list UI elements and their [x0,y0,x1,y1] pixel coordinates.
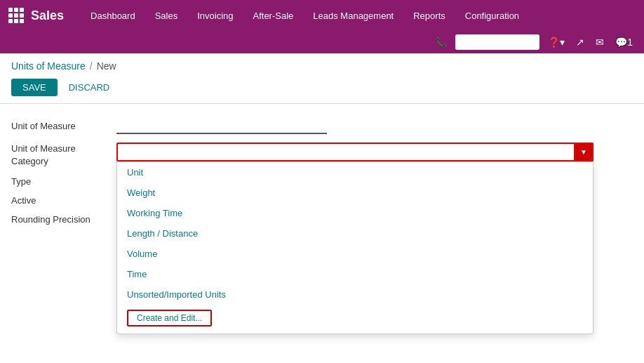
form-area: Unit of Measure Unit of MeasureCategory … [0,104,644,247]
dropdown-option-volume[interactable]: Volume [117,244,593,264]
dropdown-option-time[interactable]: Time [117,264,593,284]
breadcrumb-current: New [97,60,116,72]
external-link-icon[interactable]: ↗ [573,35,587,49]
apps-grid-icon[interactable] [8,8,24,23]
dropdown-option-unit[interactable]: Unit [117,162,593,183]
global-search-input[interactable] [455,34,539,50]
uom-category-dropdown-menu: Unit Weight Working Time Length / Distan… [116,161,593,334]
dropdown-option-working-time[interactable]: Working Time [117,203,593,223]
form-toolbar: SAVE DISCARD [0,74,644,104]
breadcrumb-separator: / [90,60,93,72]
nav-dashboard[interactable]: Dashboard [81,0,145,31]
uom-category-label: Unit of MeasureCategory [11,143,116,168]
create-and-edit-button[interactable]: Create and Edit... [127,310,212,326]
phone-icon[interactable]: 📞 [432,35,450,49]
top-navigation: Sales Dashboard Sales Invoicing After-Sa… [0,0,644,31]
uom-row: Unit of Measure [11,118,633,134]
rounding-label: Rounding Precision [11,214,116,225]
dropdown-option-length[interactable]: Length / Distance [117,223,593,244]
nav-sales[interactable]: Sales [145,0,188,31]
nav-menu: Dashboard Sales Invoicing After-Sale Lea… [81,0,636,31]
nav-reports[interactable]: Reports [403,0,455,31]
nav-configuration[interactable]: Configuration [455,0,529,31]
active-label: Active [11,195,116,206]
secondary-bar: 📞 ❓▾ ↗ ✉ 💬1 [0,31,644,53]
breadcrumb-parent[interactable]: Units of Measure [11,60,86,72]
brand-title: Sales [31,8,64,23]
nav-leads-management[interactable]: Leads Management [303,0,403,31]
email-icon[interactable]: ✉ [593,35,607,49]
uom-input[interactable] [116,118,327,134]
chat-icon[interactable]: 💬1 [612,35,636,49]
discard-button[interactable]: DISCARD [63,79,116,96]
type-label: Type [11,176,116,187]
help-icon[interactable]: ❓▾ [545,35,568,49]
breadcrumb: Units of Measure / New [0,53,644,74]
dropdown-option-weight[interactable]: Weight [117,183,593,203]
nav-invoicing[interactable]: Invoicing [187,0,243,31]
save-button[interactable]: SAVE [11,79,58,96]
uom-label: Unit of Measure [11,121,116,131]
dropdown-option-unsorted[interactable]: Unsorted/Imported Units [117,284,593,305]
uom-category-input[interactable] [116,143,593,161]
nav-after-sale[interactable]: After-Sale [243,0,304,31]
dropdown-footer: Create and Edit... [117,305,593,334]
uom-category-dropdown-arrow[interactable] [574,143,593,161]
uom-category-row: Unit of MeasureCategory Unit Weight Work… [11,143,633,168]
uom-category-dropdown-wrapper: Unit Weight Working Time Length / Distan… [116,143,593,161]
